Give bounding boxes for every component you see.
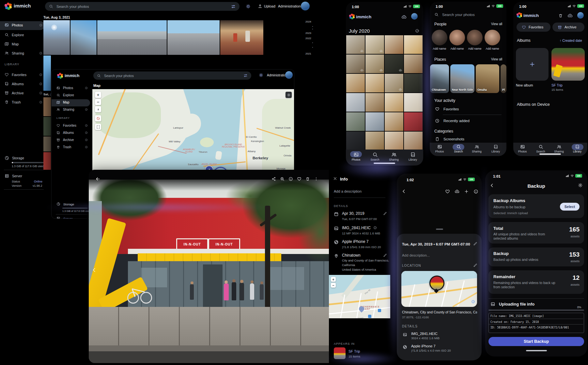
edit-date-icon[interactable] (383, 212, 387, 215)
favorite-icon[interactable] (445, 189, 450, 194)
favorites-chip[interactable]: Favorites (517, 23, 550, 32)
photo-thumbnail[interactable] (385, 93, 403, 112)
info-icon[interactable] (85, 131, 88, 134)
edit-date-icon[interactable] (473, 242, 477, 246)
tab-library[interactable]: Library (404, 152, 421, 161)
recently-added-row[interactable]: Recently added (435, 119, 470, 123)
favorites-row[interactable]: Favorites (435, 107, 459, 111)
cloud-sync-icon[interactable] (567, 13, 573, 18)
photo-thumbnail[interactable] (404, 132, 423, 150)
screenshots-row[interactable]: Screenshots (435, 137, 464, 141)
album-link[interactable]: SF Trip (348, 349, 360, 353)
gear-icon[interactable] (578, 183, 583, 188)
photo-thumbnail[interactable] (167, 20, 220, 55)
photo-thumbnail[interactable] (43, 20, 70, 55)
info-icon[interactable] (39, 82, 42, 86)
photo-thumbnail[interactable] (365, 55, 384, 73)
new-album-card[interactable] (516, 48, 549, 81)
info-icon[interactable] (85, 146, 88, 149)
photo-thumbnail[interactable] (365, 35, 384, 54)
cloud-sync-icon[interactable] (401, 14, 407, 20)
face-avatar[interactable] (432, 30, 447, 45)
photo-thumbnail[interactable] (346, 55, 365, 73)
face-name-label[interactable]: Add name (448, 47, 466, 50)
map-zoom-in-button[interactable]: + (95, 92, 101, 98)
tab-search[interactable]: Search (450, 144, 467, 153)
tab-photos[interactable]: Photos (348, 152, 364, 161)
photo-thumbnail[interactable] (404, 112, 423, 131)
tab-sharing[interactable]: Sharing (550, 144, 567, 153)
sidebar-item-photos[interactable]: Photos (56, 86, 88, 90)
previous-photo-chevron[interactable] (91, 267, 97, 273)
photo-thumbnail[interactable] (365, 132, 384, 150)
face-avatar[interactable] (467, 30, 483, 45)
photo-thumbnail[interactable] (97, 20, 167, 55)
location-map-card[interactable] (401, 271, 477, 307)
sidebar-item-favorites[interactable]: Favorites (5, 72, 42, 77)
sidebar-item-albums[interactable]: Albums (56, 131, 88, 135)
info-icon[interactable] (39, 24, 42, 27)
sidebar-item-archive[interactable]: Archive (5, 91, 42, 95)
photo-thumbnail[interactable] (346, 35, 365, 54)
map-zoom-out-button[interactable]: − (95, 99, 101, 105)
theme-toggle-icon[interactable] (259, 73, 263, 77)
tab-photos[interactable]: Photos (514, 144, 531, 153)
zoom-icon[interactable] (280, 177, 285, 181)
edit-location-icon[interactable] (383, 253, 387, 257)
place-card[interactable]: Pl (501, 64, 506, 93)
sidebar-item-albums[interactable]: Albums (5, 82, 42, 86)
info-icon[interactable] (473, 189, 478, 194)
info-icon[interactable] (85, 108, 88, 111)
upload-icon[interactable] (258, 4, 262, 8)
info-icon[interactable] (39, 91, 42, 95)
description-input[interactable]: Add description... (402, 253, 430, 257)
photo-thumbnail[interactable] (43, 97, 51, 116)
filter-icon[interactable] (231, 4, 236, 9)
more-options-icon[interactable] (314, 177, 318, 181)
delete-icon[interactable] (305, 177, 310, 181)
sidebar-item-map[interactable]: Map (56, 101, 88, 104)
info-icon[interactable] (85, 138, 88, 141)
photo-thumbnail[interactable] (220, 20, 263, 55)
info-icon[interactable] (85, 124, 88, 127)
search-input[interactable]: Search your photos (442, 13, 475, 17)
place-card[interactable]: Chinatown (430, 64, 449, 93)
map-attribution-icon[interactable] (471, 300, 475, 304)
map-clear-button[interactable] (95, 115, 101, 121)
add-icon[interactable] (464, 189, 469, 194)
file-info-icon[interactable] (373, 226, 377, 230)
cloud-upload-icon[interactable] (455, 189, 459, 194)
select-month-icon[interactable] (415, 29, 419, 33)
mini-map-zoom-in[interactable]: + (331, 277, 336, 282)
avatar[interactable] (285, 71, 293, 79)
start-backup-button[interactable]: Start Backup (488, 337, 584, 346)
album-card[interactable] (551, 48, 585, 81)
photo-thumbnail[interactable] (385, 112, 403, 131)
archive-chip[interactable]: Archive (552, 23, 584, 32)
face-name-label[interactable]: Add name (431, 47, 448, 50)
photo-thumbnail[interactable] (346, 74, 365, 92)
search-input[interactable]: Search your photos (45, 2, 240, 11)
face-name-label[interactable]: Add name (466, 47, 484, 50)
people-view-all-link[interactable]: View all (491, 22, 502, 26)
map-compass-button[interactable] (95, 106, 101, 112)
sidebar-item-trash[interactable]: Trash (5, 100, 42, 104)
photo-thumbnail[interactable] (346, 93, 365, 112)
home-indicator[interactable] (539, 153, 561, 155)
edit-location-icon[interactable] (473, 263, 477, 267)
album-thumbnail[interactable] (334, 347, 346, 359)
back-icon[interactable] (95, 176, 101, 182)
info-icon[interactable] (39, 73, 42, 76)
tab-library[interactable]: Library (487, 144, 504, 153)
sidebar-item-favorites[interactable]: Favorites (56, 124, 88, 127)
timeline-scrubber[interactable]: 2024 2023 2022 2021 (303, 17, 317, 59)
place-card[interactable]: Near North Side (450, 64, 474, 93)
map-fullscreen-button[interactable] (95, 124, 101, 130)
photo-thumbnail[interactable] (43, 152, 51, 170)
sidebar-item-photos[interactable]: Photos (5, 23, 42, 27)
filter-icon[interactable] (243, 73, 248, 78)
sidebar-item-archive[interactable]: Archive (56, 138, 88, 142)
sidebar-item-map[interactable]: Map (5, 42, 42, 46)
photo-thumbnail[interactable] (43, 117, 51, 136)
info-icon[interactable] (288, 177, 293, 181)
